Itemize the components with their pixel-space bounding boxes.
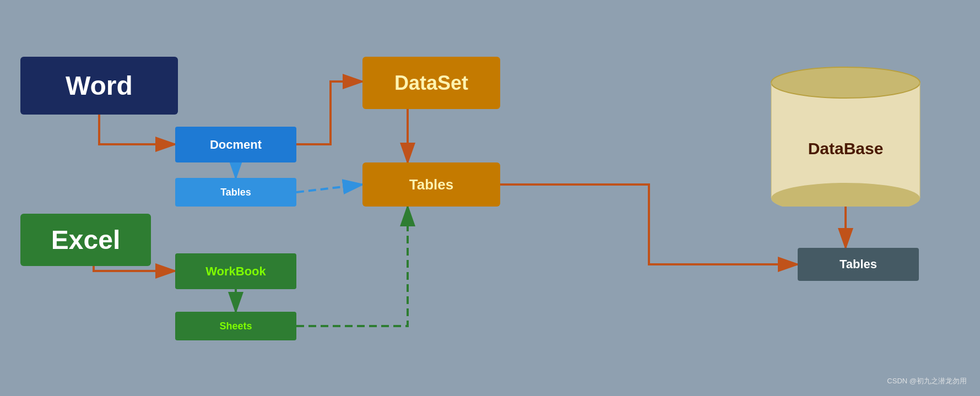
svg-text:DataBase: DataBase — [808, 139, 884, 158]
svg-line-1 — [296, 185, 362, 192]
excel-box: Excel — [20, 214, 151, 266]
workbook-box: WorkBook — [175, 253, 296, 289]
docment-box: Docment — [175, 127, 296, 162]
word-box: Word — [20, 57, 178, 115]
orange-tables-label: Tables — [409, 176, 453, 193]
orange-tables-box: Tables — [362, 162, 500, 207]
dataset-box: DataSet — [362, 57, 500, 109]
docment-label: Docment — [210, 138, 262, 152]
dataset-label: DataSet — [394, 72, 468, 95]
watermark: CSDN @初九之潜龙勿用 — [887, 376, 967, 386]
word-tables-label: Tables — [220, 187, 251, 198]
db-tables-label: Tables — [840, 257, 877, 272]
workbook-label: WorkBook — [205, 264, 266, 279]
sheets-label: Sheets — [219, 321, 252, 332]
db-tables-box: Tables — [798, 248, 919, 281]
word-label: Word — [66, 70, 133, 101]
excel-label: Excel — [51, 225, 120, 255]
database-cylinder: DataBase — [760, 52, 931, 207]
word-tables-box: Tables — [175, 178, 296, 207]
sheets-box: Sheets — [175, 312, 296, 340]
